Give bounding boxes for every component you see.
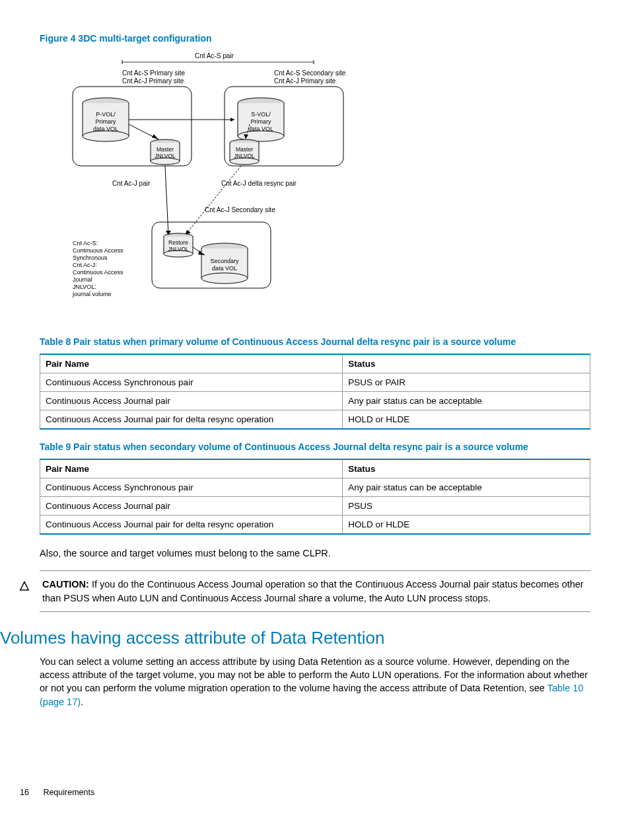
svg-text:Cnt Ac-S pair: Cnt Ac-S pair <box>195 52 234 59</box>
svg-point-65 <box>201 273 248 284</box>
svg-text:Journal: Journal <box>73 276 92 283</box>
diagram-3dc: Cnt Ac-S pair Cnt Ac-S Primary site Cnt … <box>53 50 590 317</box>
table8-title: Table 8 Pair status when primary volume … <box>40 336 590 347</box>
svg-text:Secondary: Secondary <box>210 258 239 264</box>
svg-text:Continuous Access: Continuous Access <box>73 247 123 254</box>
caution-label: CAUTION: <box>42 579 89 590</box>
svg-text:journal volume: journal volume <box>72 291 112 297</box>
svg-text:JNLVOL: JNLVOL <box>234 153 255 159</box>
svg-text:Continuous Access: Continuous Access <box>73 269 123 276</box>
svg-text:Restore: Restore <box>168 239 188 246</box>
table8-header-status: Status <box>343 354 590 373</box>
caution-body: If you do the Continuous Access Journal … <box>42 579 584 603</box>
svg-text:Cnt Ac-J  Secondary site: Cnt Ac-J Secondary site <box>205 206 275 213</box>
svg-text:data VOL: data VOL <box>93 126 118 132</box>
footer-section: Requirements <box>43 788 94 797</box>
svg-text:S-VOL/: S-VOL/ <box>251 111 271 118</box>
table9-title: Table 9 Pair status when secondary volum… <box>40 441 590 452</box>
svg-text:Master: Master <box>157 146 174 153</box>
svg-text:Synchronous: Synchronous <box>73 254 108 261</box>
table9: Pair Name Status Continuous Access Synch… <box>40 459 590 535</box>
svg-text:JNLVOL: JNLVOL <box>155 153 176 159</box>
svg-text:Cnt Ac-J  Primary site: Cnt Ac-J Primary site <box>274 77 336 85</box>
page-number: 16 <box>20 788 29 797</box>
caution-text: CAUTION: If you do the Continuous Access… <box>42 578 590 605</box>
table8: Pair Name Status Continuous Access Synch… <box>40 354 590 430</box>
svg-text:Cnt Ac-S:: Cnt Ac-S: <box>73 240 98 247</box>
table8-header-pair: Pair Name <box>40 354 343 373</box>
table9-header-pair: Pair Name <box>40 459 343 478</box>
body-text-clpr: Also, the source and target volumes must… <box>40 547 590 560</box>
table-row: Continuous Access Synchronous pairAny pa… <box>40 478 590 497</box>
table-row: Continuous Access Synchronous pairPSUS o… <box>40 373 590 392</box>
svg-text:data VOL: data VOL <box>212 265 237 272</box>
svg-line-50 <box>185 166 241 235</box>
svg-marker-27 <box>230 118 234 122</box>
caution-icon: △ <box>20 578 29 592</box>
page-footer: 16 Requirements <box>20 788 590 797</box>
table-row: Continuous Access Journal pair for delta… <box>40 515 590 535</box>
body-text-data-retention: You can select a volume setting an acces… <box>40 655 590 708</box>
svg-text:Cnt Ac-J Primary site: Cnt Ac-J Primary site <box>122 77 184 85</box>
caution-block: △ CAUTION: If you do the Continuous Acce… <box>40 570 590 612</box>
svg-text:JNLVOL: JNLVOL <box>168 246 189 252</box>
svg-line-48 <box>165 166 168 235</box>
svg-text:Cnt Ac-S Secondary site: Cnt Ac-S Secondary site <box>274 69 346 77</box>
svg-text:data VOL: data VOL <box>248 126 273 132</box>
table-row: Continuous Access Journal pair for delta… <box>40 410 590 430</box>
svg-text:Cnt Ac-J delta resync pair: Cnt Ac-J delta resync pair <box>221 180 297 187</box>
svg-text:Primary: Primary <box>251 118 271 125</box>
svg-marker-36 <box>152 134 158 139</box>
svg-text:Cnt Ac-S Primary site: Cnt Ac-S Primary site <box>122 69 185 77</box>
svg-text:Cnt Ac-J:: Cnt Ac-J: <box>73 262 97 268</box>
table-row: Continuous Access Journal pairAny pair s… <box>40 392 590 410</box>
svg-text:Cnt Ac-J  pair: Cnt Ac-J pair <box>112 180 151 187</box>
figure-title: Figure 4 3DC multi-target configuration <box>40 33 590 44</box>
svg-text:JNLVOL:: JNLVOL: <box>73 284 96 290</box>
diagram-svg: Cnt Ac-S pair Cnt Ac-S Primary site Cnt … <box>53 50 383 315</box>
svg-text:Master: Master <box>236 146 253 153</box>
svg-text:P-VOL/: P-VOL/ <box>96 111 116 118</box>
section-heading: Volumes having access attribute of Data … <box>0 628 590 648</box>
svg-text:Primary: Primary <box>96 118 116 125</box>
table9-header-status: Status <box>343 459 590 478</box>
svg-point-14 <box>83 131 129 141</box>
table-row: Continuous Access Journal pairPSUS <box>40 497 590 515</box>
